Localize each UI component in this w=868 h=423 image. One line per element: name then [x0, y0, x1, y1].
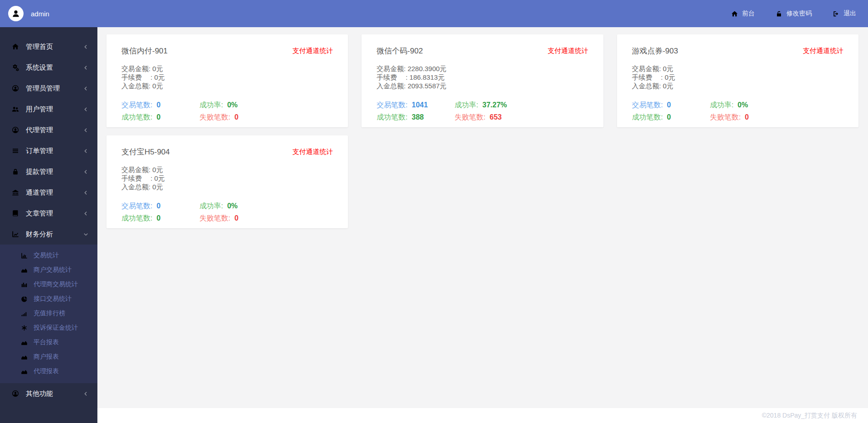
amount-line: 手续费 : 0元	[121, 174, 333, 183]
main-content: 微信内付-901 支付通道统计 交易金额: 0元 手续费 : 0元 入金总额: …	[97, 27, 868, 423]
topnav-frontend[interactable]: 前台	[731, 10, 755, 18]
sidebar-item-user-management[interactable]: 用户管理	[0, 99, 97, 120]
users-icon	[12, 106, 19, 113]
pie-chart-icon	[21, 296, 28, 303]
sidebar-subitem-interface-trade-stats[interactable]: 接口交易统计	[0, 292, 97, 306]
channel-stats-link[interactable]: 支付通道统计	[548, 47, 588, 55]
card-title: 游戏点券-903	[632, 46, 678, 56]
area-chart-icon	[21, 368, 28, 375]
angle-left-icon	[83, 190, 88, 195]
user-circle-icon	[12, 85, 19, 92]
current-user: admin	[8, 6, 49, 21]
trade-count: 交易笔数:0	[121, 100, 199, 110]
channel-card-901: 微信内付-901 支付通道统计 交易金额: 0元 手续费 : 0元 入金总额: …	[106, 34, 348, 127]
sign-out-icon	[833, 10, 839, 17]
user-avatar-icon	[8, 6, 24, 21]
success-rate: 成功率:0%	[199, 100, 333, 110]
amount-line: 交易金额: 0元	[121, 165, 333, 174]
sidebar-subitem-trade-stats[interactable]: 交易统计	[0, 248, 97, 263]
sidebar-item-admin-management[interactable]: 管理员管理	[0, 78, 97, 99]
admin-dashboard: admin 前台 修改密码 退出 管理首页	[0, 0, 868, 423]
sidebar-item-other-functions[interactable]: 其他功能	[0, 383, 97, 404]
amount-line: 入金总额: 0元	[121, 183, 333, 191]
area-chart-icon	[21, 339, 28, 346]
user-circle-icon	[12, 390, 19, 397]
card-title: 微信个码-902	[376, 46, 423, 56]
sidebar-subitem-agent-report[interactable]: 代理报表	[0, 364, 97, 379]
sidebar: 管理首页 系统设置 管理员管理 用户管理	[0, 27, 97, 423]
amount-line: 入金总额: 0元	[632, 82, 844, 90]
page-footer: ©2018 DsPay_打赏支付 版权所有	[97, 408, 868, 423]
fail-count: 失败笔数:0	[199, 112, 333, 122]
username: admin	[31, 10, 49, 18]
angle-left-icon	[83, 44, 88, 49]
home-icon	[12, 43, 19, 50]
top-nav: 前台 修改密码 退出	[731, 10, 856, 18]
sidebar-menu: 管理首页 系统设置 管理员管理 用户管理	[0, 27, 97, 404]
channel-stats-link[interactable]: 支付通道统计	[803, 47, 844, 55]
topnav-frontend-label: 前台	[742, 10, 755, 18]
amounts-block: 交易金额: 2280.3900元 手续费 : 186.8313元 入金总额: 2…	[376, 64, 588, 90]
sidebar-item-admin-home[interactable]: 管理首页	[0, 36, 97, 57]
success-count: 成功笔数:388	[376, 112, 454, 122]
channel-card-903: 游戏点券-903 支付通道统计 交易金额: 0元 手续费 : 0元 入金总额: …	[617, 34, 858, 127]
sidebar-subitem-recharge-ranking[interactable]: 充值排行榜	[0, 306, 97, 321]
sidebar-subitem-agent-trade-stats[interactable]: 代理商交易统计	[0, 277, 97, 292]
asterisk-icon	[21, 325, 28, 332]
success-count: 成功笔数:0	[632, 112, 710, 122]
top-header: admin 前台 修改密码 退出	[0, 0, 868, 27]
list-icon	[12, 147, 19, 154]
topnav-logout[interactable]: 退出	[833, 10, 856, 18]
success-rate: 成功率:37.27%	[454, 100, 588, 110]
stats-block: 交易笔数:0 成功率:0% 成功笔数:0 失败笔数:0	[121, 201, 333, 223]
sidebar-subitem-merchant-report[interactable]: 商户报表	[0, 350, 97, 364]
copyright-text: ©2018 DsPay_打赏支付 版权所有	[762, 412, 857, 420]
amounts-block: 交易金额: 0元 手续费 : 0元 入金总额: 0元	[632, 64, 844, 90]
amount-line: 交易金额: 0元	[121, 64, 333, 73]
card-title: 微信内付-901	[121, 46, 168, 56]
area-chart-icon	[21, 267, 28, 274]
angle-left-icon	[83, 211, 88, 216]
stats-block: 交易笔数:0 成功率:0% 成功笔数:0 失败笔数:0	[121, 100, 333, 122]
bars-solid-icon	[21, 281, 28, 288]
fail-count: 失败笔数:0	[199, 213, 333, 223]
sidebar-item-finance-analysis[interactable]: 财务分析	[0, 224, 97, 245]
finance-submenu: 交易统计 商户交易统计 代理商交易统计 接口交易统计	[0, 245, 97, 383]
sidebar-item-agent-management[interactable]: 代理管理	[0, 120, 97, 140]
topnav-change-password[interactable]: 修改密码	[776, 10, 812, 18]
sidebar-subitem-complaint-deposit-stats[interactable]: 投诉保证金统计	[0, 321, 97, 335]
signal-icon	[21, 310, 28, 317]
amount-line: 手续费 : 0元	[632, 73, 844, 82]
sidebar-item-channel-management[interactable]: 通道管理	[0, 182, 97, 203]
bank-icon	[12, 189, 19, 196]
amount-line: 手续费 : 0元	[121, 73, 333, 82]
sidebar-subitem-merchant-trade-stats[interactable]: 商户交易统计	[0, 263, 97, 277]
angle-down-icon	[83, 232, 88, 237]
channel-stats-link[interactable]: 支付通道统计	[292, 47, 333, 55]
trade-count: 交易笔数:0	[632, 100, 710, 110]
angle-left-icon	[83, 169, 88, 174]
amount-line: 入金总额: 0元	[121, 82, 333, 90]
success-count: 成功笔数:0	[121, 112, 199, 122]
sidebar-item-system-settings[interactable]: 系统设置	[0, 57, 97, 78]
angle-left-icon	[83, 86, 88, 91]
success-rate: 成功率:0%	[199, 201, 333, 211]
success-rate: 成功率:0%	[710, 100, 844, 110]
sidebar-subitem-platform-report[interactable]: 平台报表	[0, 335, 97, 350]
page-frame: 管理首页 系统设置 管理员管理 用户管理	[0, 27, 868, 423]
line-chart-icon	[12, 231, 19, 238]
channel-stats-link[interactable]: 支付通道统计	[292, 148, 333, 156]
angle-left-icon	[83, 149, 88, 154]
fail-count: 失败笔数:0	[710, 112, 844, 122]
angle-left-icon	[83, 128, 88, 133]
amounts-block: 交易金额: 0元 手续费 : 0元 入金总额: 0元	[121, 64, 333, 90]
home-icon	[731, 10, 738, 17]
user-circle-icon	[12, 126, 19, 134]
card-grid: 微信内付-901 支付通道统计 交易金额: 0元 手续费 : 0元 入金总额: …	[97, 27, 868, 408]
angle-left-icon	[83, 107, 88, 112]
angle-left-icon	[83, 391, 88, 396]
amount-line: 手续费 : 186.8313元	[376, 73, 588, 82]
sidebar-item-order-management[interactable]: 订单管理	[0, 140, 97, 161]
sidebar-item-withdraw-management[interactable]: 提款管理	[0, 161, 97, 182]
sidebar-item-article-management[interactable]: 文章管理	[0, 203, 97, 224]
